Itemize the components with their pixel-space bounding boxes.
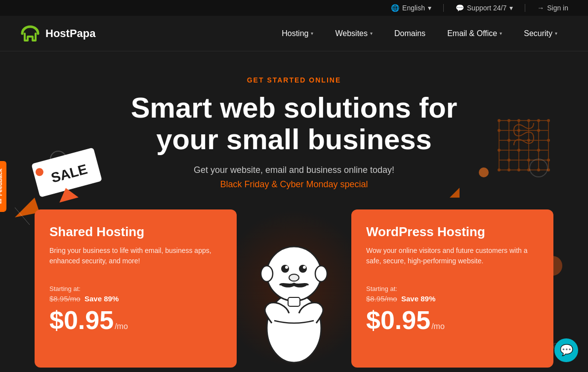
svg-point-16	[498, 119, 501, 122]
chevron-down-icon: ▾	[500, 31, 502, 36]
shared-hosting-desc: Bring your business to life with email, …	[49, 246, 222, 275]
nav-item-email-office[interactable]: Email & Office ▾	[436, 16, 513, 51]
wordpress-hosting-price-row: $8.95/mo Save 89%	[366, 294, 539, 303]
support-label: Support 24/7	[467, 4, 506, 12]
top-bar: 🌐 English ▾ 💬 Support 24/7 ▾ → Sign in	[0, 0, 588, 16]
nav-label-hosting: Hosting	[282, 29, 308, 38]
chat-icon: 💬	[560, 344, 573, 357]
wordpress-hosting-price: $0.95	[366, 305, 430, 335]
wordpress-hosting-title: WordPress Hosting	[366, 224, 539, 240]
nav-label-email-office: Email & Office	[447, 29, 497, 38]
wordpress-hosting-desc: Wow your online visitors and future cust…	[366, 246, 539, 275]
support-chevron: ▾	[509, 4, 513, 12]
wordpress-hosting-save: Save 89%	[401, 294, 435, 303]
wordpress-hosting-price-mo: /mo	[431, 322, 445, 331]
svg-point-36	[517, 168, 520, 171]
svg-point-53	[299, 265, 307, 273]
svg-point-22	[498, 129, 501, 132]
nav-label-domains: Domains	[394, 29, 425, 38]
feedback-label: Feedback	[0, 168, 3, 196]
nav-item-domains[interactable]: Domains	[383, 16, 436, 51]
feedback-tab[interactable]: ✉ Feedback	[0, 161, 6, 211]
nav-item-websites[interactable]: Websites ▾	[324, 16, 383, 51]
svg-point-46	[530, 159, 547, 177]
svg-point-54	[285, 266, 288, 269]
deco-circle-right2	[529, 158, 548, 180]
divider	[525, 4, 525, 12]
svg-point-35	[507, 168, 510, 171]
language-label: English	[402, 4, 425, 12]
svg-point-30	[537, 149, 540, 152]
shared-hosting-starting: Starting at:	[49, 285, 222, 292]
svg-marker-49	[450, 188, 460, 198]
shared-hosting-save: Save 89%	[84, 294, 119, 303]
shared-hosting-price: $0.95	[49, 305, 114, 335]
mascot-column	[245, 209, 343, 368]
svg-point-24	[537, 129, 540, 132]
navbar: HostPapa Hosting ▾ Websites ▾ Domains Em…	[0, 16, 588, 51]
wordpress-hosting-card[interactable]: WordPress Hosting Wow your online visito…	[351, 209, 553, 368]
svg-point-34	[498, 168, 501, 171]
hero-promo-link[interactable]: Black Friday & Cyber Monday special	[220, 179, 368, 190]
logo-text: HostPapa	[45, 27, 95, 40]
svg-point-56	[289, 274, 299, 281]
nav-item-security[interactable]: Security ▾	[513, 16, 568, 51]
svg-point-20	[537, 119, 540, 122]
wordpress-hosting-starting: Starting at:	[366, 285, 539, 292]
svg-point-52	[281, 265, 289, 273]
hero-subtitle: Get your website, email and business onl…	[194, 165, 394, 175]
language-chevron: ▾	[428, 4, 431, 12]
svg-point-28	[498, 149, 501, 152]
deco-small-triangle	[450, 188, 460, 200]
shared-hosting-price-row: $8.95/mo Save 89%	[49, 294, 222, 303]
wordpress-hosting-final-price: $0.95 /mo	[366, 305, 539, 335]
svg-point-57	[261, 266, 273, 282]
hero-cards-section: Shared Hosting Bring your business to li…	[0, 209, 588, 368]
svg-point-26	[527, 139, 530, 142]
nav-links: Hosting ▾ Websites ▾ Domains Email & Off…	[271, 16, 568, 51]
headset-icon: 💬	[456, 4, 464, 12]
wordpress-hosting-was-price: $8.95/mo	[366, 294, 397, 303]
logo[interactable]: HostPapa	[20, 25, 95, 42]
globe-icon: 🌐	[391, 4, 399, 12]
svg-point-58	[315, 266, 327, 282]
cards-container: Shared Hosting Bring your business to li…	[35, 209, 553, 368]
svg-point-48	[479, 167, 489, 177]
shared-hosting-title: Shared Hosting	[49, 224, 222, 240]
signin-label: Sign in	[547, 4, 568, 12]
shared-hosting-final-price: $0.95 /mo	[49, 305, 222, 335]
nav-label-websites: Websites	[335, 29, 368, 38]
svg-point-25	[507, 139, 510, 142]
svg-point-21	[547, 119, 550, 122]
divider	[443, 4, 444, 12]
sale-tag-decoration: SALE	[30, 140, 109, 211]
svg-point-55	[303, 266, 306, 269]
svg-point-19	[527, 119, 530, 122]
svg-rect-59	[288, 297, 300, 306]
svg-point-18	[517, 119, 520, 122]
hero-title: Smart web solutions for your small busin…	[106, 92, 482, 155]
sign-in-icon: →	[537, 4, 544, 12]
signin-link[interactable]: → Sign in	[537, 4, 568, 12]
svg-point-17	[507, 119, 510, 122]
deco-circle-orange-right	[478, 167, 489, 180]
svg-point-31	[507, 159, 510, 162]
chevron-down-icon: ▾	[555, 31, 557, 36]
chevron-down-icon: ▾	[311, 31, 313, 36]
svg-point-27	[547, 139, 550, 142]
nav-label-security: Security	[524, 29, 552, 38]
chevron-down-icon: ▾	[370, 31, 373, 36]
language-selector[interactable]: 🌐 English ▾	[391, 4, 431, 12]
shared-hosting-was-price: $8.95/mo	[49, 294, 81, 303]
support-link[interactable]: 💬 Support 24/7 ▾	[456, 4, 513, 12]
svg-point-29	[517, 149, 520, 152]
shared-hosting-price-mo: /mo	[115, 322, 128, 331]
nav-item-hosting[interactable]: Hosting ▾	[271, 16, 324, 51]
feedback-icon: ✉	[0, 199, 3, 204]
chat-widget[interactable]: 💬	[554, 338, 578, 362]
svg-point-23	[517, 129, 520, 132]
mascot-figure	[250, 209, 338, 368]
hero-section: SALE	[0, 51, 588, 368]
hero-tagline: GET STARTED ONLINE	[247, 76, 341, 84]
shared-hosting-card[interactable]: Shared Hosting Bring your business to li…	[35, 209, 237, 368]
